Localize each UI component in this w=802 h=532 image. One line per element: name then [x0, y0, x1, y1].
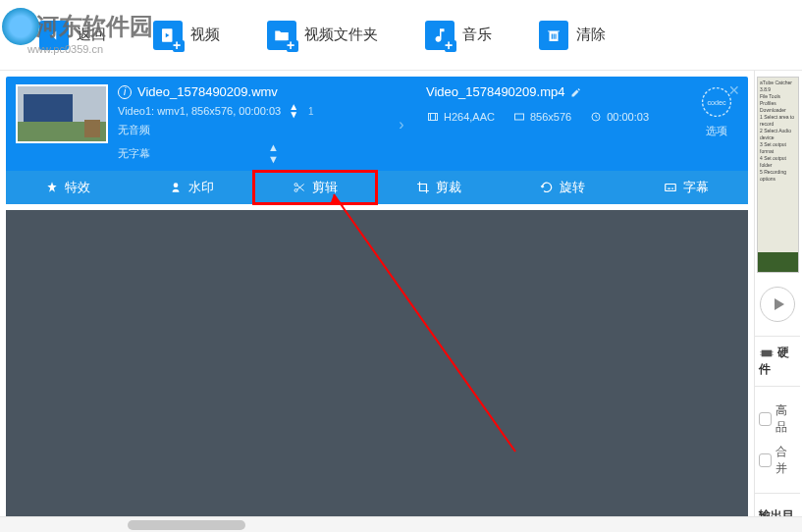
- options-label: 选项: [706, 125, 727, 136]
- resolution-icon: [512, 111, 526, 123]
- effects-icon: [45, 181, 59, 194]
- hq-label: 高品: [775, 402, 796, 436]
- source-filename-row: i Video_1578490209.wmv: [118, 84, 387, 99]
- codec-spec: H264,AAC: [426, 111, 495, 123]
- hq-checkbox-row[interactable]: 高品: [759, 402, 796, 436]
- dest-filename: Video_1578490209.mp4: [426, 84, 564, 99]
- music-label: 音乐: [462, 26, 492, 44]
- info-icon[interactable]: i: [118, 85, 132, 99]
- options-section: 高品 合并: [755, 386, 800, 493]
- tab-subtitle-label: 字幕: [683, 179, 709, 196]
- merge-label: 合并: [775, 444, 796, 477]
- watermark-logo-icon: [2, 8, 39, 45]
- video-thumbnail[interactable]: [16, 84, 108, 143]
- film-icon: [426, 111, 440, 123]
- hardware-section: 硬件: [755, 336, 800, 386]
- scrollbar-thumb[interactable]: [128, 520, 245, 530]
- dest-resolution: 856x576: [530, 111, 571, 123]
- svg-rect-8: [514, 114, 523, 120]
- options-button[interactable]: codec 选项: [695, 84, 738, 165]
- watermark-text: 河东软件园: [35, 13, 153, 39]
- scissors-icon: [293, 181, 306, 194]
- edit-icon[interactable]: [570, 86, 582, 98]
- arrow-separator-icon: ›: [387, 84, 416, 165]
- dest-filename-row: Video_1578490209.mp4: [426, 84, 695, 99]
- main-area: ✕ i Video_1578490209.wmv Video1: wmv1, 8…: [0, 71, 802, 530]
- tab-subtitle[interactable]: 字幕: [624, 171, 748, 204]
- subtitle-icon: [664, 181, 677, 194]
- folder-icon: +: [267, 21, 296, 50]
- chip-icon: [759, 347, 775, 359]
- watermark-url: www.pc0359.cn: [27, 43, 153, 55]
- video-file-icon: +: [153, 21, 183, 50]
- gear-icon: codec: [699, 84, 734, 120]
- dest-specs: H264,AAC 856x576 00:00:03: [426, 111, 695, 123]
- watermark-icon: [169, 181, 183, 194]
- source-meta-row: Video1: wmv1, 856x576, 00:00:03 ▲▼ 1: [118, 103, 387, 119]
- horizontal-scrollbar[interactable]: [0, 516, 802, 532]
- trash-icon: [539, 21, 568, 50]
- svg-text:codec: codec: [707, 98, 726, 107]
- music-icon: +: [425, 21, 454, 50]
- subtitle-selector-icon[interactable]: ▲▼: [268, 141, 279, 165]
- tab-crop-label: 剪裁: [436, 179, 461, 196]
- source-subtitle-row: 无字幕 ▲▼: [118, 141, 387, 165]
- tab-crop[interactable]: 剪裁: [377, 171, 501, 204]
- tab-watermark-label: 水印: [188, 179, 214, 196]
- stream-selector-icon[interactable]: ▲▼: [289, 103, 298, 119]
- dest-duration: 00:00:03: [607, 111, 649, 123]
- duration-spec: 00:00:03: [589, 111, 649, 123]
- right-sidebar: aTube Catcher 3.8.9File Tools ProfilesDo…: [754, 71, 800, 530]
- source-filename: Video_1578490209.wmv: [137, 84, 278, 99]
- source-meta: Video1: wmv1, 856x576, 00:00:03: [118, 105, 281, 117]
- tab-effects-label: 特效: [65, 179, 90, 196]
- clock-icon: [589, 111, 603, 123]
- source-audio-row: 无音频: [118, 123, 387, 137]
- tab-rotate[interactable]: 旋转: [501, 171, 624, 204]
- tab-trim-label: 剪辑: [312, 179, 338, 196]
- crop-icon: [416, 181, 430, 194]
- clear-label: 清除: [576, 26, 606, 44]
- edit-tabs: 特效 水印 剪辑 剪裁 旋转: [6, 171, 748, 204]
- content-area: [6, 210, 748, 530]
- tab-effects[interactable]: 特效: [6, 171, 130, 204]
- tab-rotate-label: 旋转: [560, 179, 585, 196]
- clear-button[interactable]: 清除: [539, 21, 606, 50]
- merge-checkbox-row[interactable]: 合并: [759, 444, 796, 477]
- video-button[interactable]: + 视频: [153, 21, 220, 50]
- dest-codec: H264,AAC: [444, 111, 495, 123]
- checkbox-icon: [759, 412, 772, 426]
- checkbox-icon: [759, 453, 772, 467]
- svg-rect-5: [429, 114, 438, 121]
- play-button[interactable]: [760, 287, 795, 322]
- resolution-spec: 856x576: [512, 111, 571, 123]
- folder-button[interactable]: + 视频文件夹: [267, 21, 378, 50]
- source-audio: 无音频: [118, 123, 150, 137]
- source-subtitle: 无字幕: [118, 146, 150, 161]
- source-info: i Video_1578490209.wmv Video1: wmv1, 856…: [118, 84, 387, 165]
- tab-watermark[interactable]: 水印: [130, 171, 253, 204]
- tab-trim[interactable]: 剪辑: [253, 171, 377, 204]
- svg-rect-4: [556, 33, 557, 38]
- video-label: 视频: [190, 26, 220, 44]
- rotate-icon: [540, 181, 554, 194]
- preview-thumbnail[interactable]: aTube Catcher 3.8.9File Tools ProfilesDo…: [757, 77, 799, 273]
- video-item-panel: ✕ i Video_1578490209.wmv Video1: wmv1, 8…: [6, 77, 748, 204]
- destination-info: Video_1578490209.mp4 H264,AAC 856x576: [416, 84, 695, 165]
- svg-rect-20: [762, 349, 773, 356]
- stream-index: 1: [308, 106, 314, 117]
- svg-rect-15: [666, 185, 676, 191]
- video-header: i Video_1578490209.wmv Video1: wmv1, 856…: [6, 77, 748, 171]
- svg-rect-3: [554, 33, 555, 38]
- left-column: ✕ i Video_1578490209.wmv Video1: wmv1, 8…: [0, 71, 754, 530]
- svg-rect-2: [552, 33, 553, 38]
- watermark-overlay: 河东软件园 www.pc0359.cn: [2, 8, 153, 55]
- music-button[interactable]: + 音乐: [425, 21, 492, 50]
- svg-point-12: [174, 183, 179, 187]
- folder-label: 视频文件夹: [304, 26, 378, 44]
